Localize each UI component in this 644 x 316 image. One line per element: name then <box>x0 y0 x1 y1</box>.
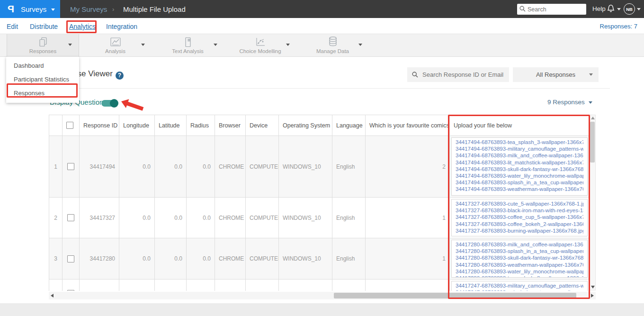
file-link[interactable]: 34417280-68763893-skull-dark-fantasy-wr-… <box>456 254 583 261</box>
column-header-files[interactable]: Upload your file below <box>450 115 590 136</box>
breadcrumb-parent[interactable]: My Surveys <box>70 0 107 18</box>
scroll-right-icon[interactable] <box>591 294 594 298</box>
column-header-radius[interactable]: Radius <box>187 115 215 136</box>
file-link[interactable]: 34417247-68763893-splash_in_a_tea_cup-wa… <box>456 289 583 291</box>
top-bar: P Surveys My Surveys › Multiple File Upl… <box>0 0 644 18</box>
toolbar-item-analysis[interactable]: Analysis <box>79 34 152 57</box>
row-checkbox[interactable] <box>67 163 74 170</box>
toolbar-item-manage-data[interactable]: Manage Data <box>296 34 369 57</box>
column-header-response_id[interactable]: Response ID <box>80 115 119 136</box>
response-search-box <box>407 67 509 82</box>
file-link[interactable]: 34417280-68763893-tea_splash_3-wallpaper… <box>456 275 583 278</box>
cell-check <box>63 136 80 198</box>
file-link[interactable]: 34417494-68763893-milk_and_coffee-wallpa… <box>456 152 583 159</box>
cell-radius <box>187 280 215 291</box>
section-divider <box>42 88 610 89</box>
cell-browser: CHROME <box>215 136 246 198</box>
file-link[interactable]: 34417494-68763893-splash_in_a_tea_cup-wa… <box>456 179 583 186</box>
tab-integration[interactable]: Integration <box>106 23 137 30</box>
file-link[interactable]: 34417494-68763893-water_lily_monochrome-… <box>456 172 583 179</box>
cell-browser <box>215 280 246 291</box>
breadcrumb-current: Multiple File Upload <box>123 0 186 18</box>
scroll-down-icon[interactable] <box>591 286 595 289</box>
file-link[interactable]: 34417494-68763893-tea_splash_3-wallpaper… <box>456 139 583 145</box>
select-all-checkbox[interactable] <box>66 122 73 129</box>
global-search-input[interactable] <box>517 4 586 15</box>
cell-language: English <box>332 238 366 280</box>
file-link[interactable]: 34417494-68763893-military_camouflage_pa… <box>456 145 583 152</box>
notifications-chevron-icon[interactable] <box>617 8 621 10</box>
account-chevron-icon[interactable] <box>637 8 641 10</box>
app-screen: P Surveys My Surveys › Multiple File Upl… <box>0 0 644 316</box>
toolbar-item-responses[interactable]: Responses <box>7 34 79 57</box>
file-link[interactable]: 34417327-68763893-cute_5-wallpaper-1366x… <box>456 200 583 207</box>
file-link[interactable]: 34417494-68763893-skull-dark-fantasy-wr-… <box>456 166 583 172</box>
tab-distribute[interactable]: Distribute <box>30 23 58 30</box>
column-header-device[interactable]: Device <box>246 115 279 136</box>
toolbar-item-text-analysis[interactable]: Text Analysis <box>152 34 224 57</box>
file-link[interactable]: 34417280-68763893-water_lily_monochrome-… <box>456 268 583 275</box>
vertical-scrollbar[interactable] <box>589 115 596 290</box>
column-header-latitude[interactable]: Latitude <box>155 115 187 136</box>
column-header-check[interactable] <box>63 115 80 136</box>
tab-analytics[interactable]: Analytics <box>69 23 96 30</box>
file-link[interactable]: 34417327-68763893-black-iron-man-with-re… <box>456 207 583 214</box>
menu-item-participant-statistics[interactable]: Participant Statistics <box>6 72 79 86</box>
file-link[interactable]: 34417280-68763893-weatherman-wallpaper-1… <box>456 262 583 268</box>
toolbar-label: Text Analysis <box>172 48 203 54</box>
cell-language <box>332 280 366 291</box>
scroll-up-icon[interactable] <box>591 117 595 119</box>
responses-summary-dropdown[interactable]: 9 Responses <box>547 99 592 106</box>
file-link[interactable]: 34417494-68763893-weatherman-wallpaper-1… <box>456 186 583 192</box>
column-header-browser[interactable]: Browser <box>215 115 246 136</box>
help-link[interactable]: Help <box>592 5 606 12</box>
file-link[interactable]: 34417494-68763893-lit_matchstick-wallpap… <box>456 159 583 166</box>
chevron-down-icon[interactable] <box>358 44 362 46</box>
file-link[interactable]: 34417280-68763893-splash_in_a_tea_cup-wa… <box>456 248 583 254</box>
horizontal-scroll-thumb[interactable] <box>334 293 576 298</box>
notifications-bell-icon[interactable] <box>607 3 615 13</box>
chevron-down-icon[interactable] <box>286 44 290 46</box>
cell-response_id[interactable]: 34417280 <box>80 238 119 280</box>
file-link[interactable]: 34417327-68763893-coffee_cup_5-wallpaper… <box>456 214 583 220</box>
display-questions-toggle[interactable] <box>101 99 118 108</box>
cell-response_id[interactable]: 34417494 <box>80 136 119 198</box>
toolbar-item-choice-modelling[interactable]: Choice Modelling <box>224 34 296 57</box>
horizontal-scrollbar[interactable] <box>49 292 596 299</box>
chevron-down-icon[interactable] <box>141 44 145 46</box>
all-responses-filter[interactable]: All Responses <box>513 67 599 82</box>
filter-label: All Responses <box>536 71 575 78</box>
surveys-menu[interactable]: P Surveys <box>0 0 60 18</box>
responses-count-link[interactable]: Responses: 7 <box>600 23 638 30</box>
cell-comics <box>366 280 450 291</box>
file-link[interactable]: 34417280-68763893-milk_and_coffee-wallpa… <box>456 241 583 248</box>
vertical-scroll-thumb[interactable] <box>590 122 595 163</box>
column-header-language[interactable]: Language <box>332 115 366 136</box>
menu-item-dashboard[interactable]: Dashboard <box>6 59 79 72</box>
chevron-down-icon[interactable] <box>214 44 217 46</box>
column-header-longitude[interactable]: Longitude <box>119 115 155 136</box>
cell-comics: 1 <box>366 198 450 238</box>
tab-edit[interactable]: Edit <box>7 23 18 30</box>
chevron-down-icon[interactable] <box>68 44 72 46</box>
row-checkbox[interactable] <box>67 255 74 262</box>
toggle-knob <box>110 99 118 108</box>
column-header-comics[interactable]: Which is your favourite comics? <box>366 115 450 136</box>
file-link[interactable]: 34417247-68763893-military_camouflage_pa… <box>456 282 583 289</box>
cell-response_id[interactable]: 34417327 <box>80 198 119 238</box>
file-link[interactable]: 34417327-68763893-coffee_bokeh_2-wallpap… <box>456 221 583 227</box>
column-header-os[interactable]: Operating System <box>279 115 332 136</box>
cell-device: COMPUTER <box>246 136 279 198</box>
avatar[interactable]: NB <box>624 3 635 15</box>
help-question-icon[interactable]: ? <box>116 72 124 80</box>
file-link[interactable]: 34417327-68763893-burning-wallpaper-1366… <box>456 227 583 234</box>
cell-language: English <box>332 136 366 198</box>
response-search-input[interactable] <box>407 67 509 82</box>
cell-radius: 0.0 <box>187 238 215 280</box>
menu-item-responses[interactable]: Responses <box>6 86 79 100</box>
row-checkbox[interactable] <box>67 214 74 221</box>
row-checkbox[interactable] <box>67 290 74 291</box>
scroll-left-icon[interactable] <box>51 294 54 298</box>
table-row: 2344173270.00.00.0CHROMECOMPUTERWINDOWS_… <box>49 198 590 238</box>
column-header-num[interactable] <box>49 115 63 136</box>
